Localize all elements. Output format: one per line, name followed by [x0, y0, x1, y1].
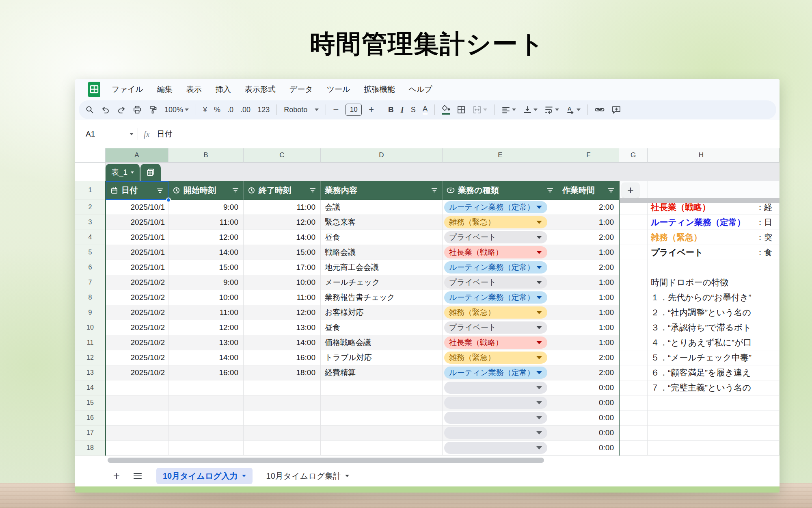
- cell-start[interactable]: 12:00: [168, 230, 244, 245]
- add-sheet-button[interactable]: +: [109, 469, 124, 482]
- dropdown-chip[interactable]: 社長業（戦略）: [444, 246, 547, 258]
- italic-button[interactable]: I: [401, 105, 404, 115]
- cell-hours[interactable]: 1:00: [558, 245, 619, 260]
- row-header[interactable]: 17: [75, 426, 106, 441]
- menu-extensions[interactable]: 拡張機能: [364, 84, 395, 95]
- dropdown-chip[interactable]: ルーティン業務（定常）: [444, 261, 547, 274]
- cell-hours[interactable]: 0:00: [558, 426, 619, 441]
- menu-tools[interactable]: ツール: [327, 84, 350, 95]
- cell-hours[interactable]: 1:00: [558, 215, 619, 230]
- cell-empty[interactable]: [619, 215, 648, 230]
- row-header[interactable]: 15: [75, 395, 106, 410]
- filter-icon[interactable]: [607, 187, 615, 193]
- dropdown-chip[interactable]: [444, 427, 547, 439]
- cell-date[interactable]: [106, 441, 168, 456]
- row-header[interactable]: 6: [75, 260, 106, 275]
- cell-note-detail[interactable]: [755, 395, 780, 410]
- cell-start[interactable]: 10:00: [168, 290, 244, 305]
- cell-start[interactable]: [168, 426, 244, 441]
- decrease-decimal-button[interactable]: .0: [227, 106, 233, 114]
- cell-date[interactable]: 2025/10/2: [106, 305, 168, 320]
- insert-link-icon[interactable]: [595, 105, 605, 114]
- cell-category[interactable]: ルーティン業務（定常）: [443, 290, 558, 305]
- cell-date[interactable]: 2025/10/1: [106, 245, 168, 260]
- menu-edit[interactable]: 編集: [157, 84, 173, 95]
- cell-end[interactable]: [244, 426, 321, 441]
- cell-note[interactable]: [648, 395, 755, 410]
- cell-end[interactable]: 11:00: [244, 200, 321, 215]
- cell-task[interactable]: 地元商工会会議: [321, 260, 443, 275]
- cell-start[interactable]: 9:00: [168, 200, 244, 215]
- dropdown-chip[interactable]: [444, 442, 547, 454]
- cell-empty[interactable]: [619, 395, 648, 410]
- cell-note-detail[interactable]: ：突: [755, 230, 780, 245]
- cell-category[interactable]: [443, 410, 558, 426]
- cell-empty[interactable]: [619, 335, 648, 350]
- cell-end[interactable]: [244, 395, 321, 410]
- cell-empty[interactable]: [619, 426, 648, 441]
- cell-empty[interactable]: [619, 305, 648, 320]
- row-header[interactable]: 4: [75, 230, 106, 245]
- horizontal-scrollbar-thumb[interactable]: [108, 458, 544, 463]
- cell-start[interactable]: 14:00: [168, 245, 244, 260]
- dropdown-chip[interactable]: 社長業（戦略）: [444, 336, 547, 349]
- header-cell-category[interactable]: 業務の種類: [443, 181, 558, 200]
- cell-start[interactable]: [168, 441, 244, 456]
- menu-format[interactable]: 表示形式: [245, 84, 276, 95]
- filter-icon[interactable]: [156, 187, 164, 194]
- cell-note-detail[interactable]: ：日: [755, 215, 780, 230]
- cell-task[interactable]: 会議: [321, 200, 443, 215]
- cell-task[interactable]: [321, 426, 443, 441]
- cell-note[interactable]: ４．“とりあえず私に”が口: [648, 335, 780, 350]
- format-percent-button[interactable]: %: [214, 106, 220, 114]
- text-color-button[interactable]: A: [423, 105, 428, 115]
- row-header[interactable]: 11: [75, 335, 106, 350]
- cell-note[interactable]: [648, 441, 755, 456]
- cell-note-detail[interactable]: [755, 260, 780, 275]
- cell-note[interactable]: １．先代からの“お墨付き”: [648, 290, 780, 305]
- cell-date[interactable]: 2025/10/2: [106, 290, 168, 305]
- row-header[interactable]: 13: [75, 365, 106, 380]
- dropdown-chip[interactable]: プライベート: [444, 321, 547, 334]
- cell-end[interactable]: [244, 410, 321, 426]
- cell-category[interactable]: ルーティン業務（定常）: [443, 365, 558, 380]
- cell-start[interactable]: [168, 410, 244, 426]
- cell-note[interactable]: ３．“承認待ち”で滞るボト: [648, 320, 780, 335]
- cell-empty[interactable]: [619, 365, 648, 380]
- cell-empty[interactable]: [619, 275, 648, 290]
- dropdown-chip[interactable]: 雑務（緊急）: [444, 216, 547, 228]
- dropdown-chip[interactable]: [444, 382, 547, 394]
- header-cell-task[interactable]: 業務内容: [321, 181, 443, 200]
- cell-hours[interactable]: 2:00: [558, 350, 619, 365]
- cell-date[interactable]: 2025/10/1: [106, 230, 168, 245]
- filter-icon[interactable]: [431, 187, 438, 193]
- dropdown-chip[interactable]: 雑務（緊急）: [444, 352, 547, 364]
- cell-start[interactable]: 16:00: [168, 365, 244, 380]
- header-cell-hours[interactable]: 作業時間: [558, 181, 619, 200]
- cell-note-detail[interactable]: [755, 275, 780, 290]
- column-header-f[interactable]: F: [558, 148, 619, 163]
- format-currency-button[interactable]: ¥: [203, 106, 207, 114]
- sheets-logo-icon[interactable]: [88, 82, 100, 97]
- row-header[interactable]: 10: [75, 320, 106, 335]
- cell-task[interactable]: [321, 441, 443, 456]
- cell-task[interactable]: 昼食: [321, 320, 443, 335]
- row-header[interactable]: 5: [75, 245, 106, 260]
- cell-end[interactable]: 14:00: [244, 335, 321, 350]
- column-header-b[interactable]: B: [168, 148, 244, 163]
- cell-hours[interactable]: 1:00: [558, 335, 619, 350]
- menu-view[interactable]: 表示: [186, 84, 202, 95]
- selection-fill-handle[interactable]: [166, 198, 171, 202]
- filter-icon[interactable]: [232, 187, 239, 193]
- cell-empty[interactable]: [619, 230, 648, 245]
- horizontal-align-button[interactable]: [501, 105, 516, 114]
- cell-task[interactable]: メールチェック: [321, 275, 443, 290]
- more-formats-button[interactable]: 123: [257, 106, 270, 114]
- dropdown-chip[interactable]: プライベート: [444, 276, 547, 289]
- cell-category[interactable]: [443, 426, 558, 441]
- dropdown-chip[interactable]: [444, 412, 547, 424]
- all-sheets-button[interactable]: [130, 472, 145, 480]
- cell-category[interactable]: 雑務（緊急）: [443, 215, 558, 230]
- cell-note[interactable]: 時間ドロボーの特徴: [648, 275, 755, 290]
- cell-date[interactable]: 2025/10/2: [106, 275, 168, 290]
